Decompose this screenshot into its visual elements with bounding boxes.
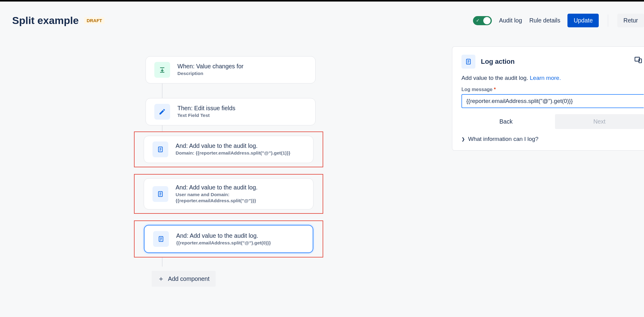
log1-sub: Domain: {{reporter.emailAddress.split("@…: [176, 150, 290, 156]
highlight-box-1: And: Add value to the audit log. Domain:…: [134, 131, 323, 167]
plus-icon: ＋: [158, 274, 164, 283]
log-action-panel: Log action Add value to the audit log. L…: [452, 46, 644, 151]
trigger-icon: [154, 62, 170, 78]
log2-title: And: Add value to the audit log.: [176, 184, 305, 191]
trigger-node[interactable]: When: Value changes for Description: [146, 56, 316, 84]
log1-title: And: Add value to the audit log.: [176, 142, 290, 149]
devices-icon[interactable]: [634, 56, 642, 64]
trigger-text: When: Value changes for Description: [177, 63, 244, 77]
log3-text: And: Add value to the audit log. {{repor…: [176, 232, 271, 246]
rule-flow: When: Value changes for Description Then…: [146, 56, 316, 287]
panel-description: Add value to the audit log. Learn more.: [461, 75, 644, 81]
panel-title: Log action: [481, 58, 515, 66]
log3-title: And: Add value to the audit log.: [176, 232, 271, 239]
panel-buttons: Back Next: [461, 114, 644, 129]
enable-toggle[interactable]: ✓: [473, 16, 492, 25]
clipboard-icon: [152, 141, 168, 157]
info-expander[interactable]: ❯ What information can I log?: [461, 136, 644, 142]
update-button[interactable]: Update: [567, 14, 599, 27]
log-node-1[interactable]: And: Add value to the audit log. Domain:…: [144, 136, 313, 163]
edit-sub: Text Field Test: [177, 112, 235, 118]
log1-text: And: Add value to the audit log. Domain:…: [176, 142, 290, 156]
vertical-divider: [608, 15, 608, 27]
add-component-label: Add component: [168, 275, 210, 282]
spacer: [146, 167, 316, 174]
chevron-right-icon: ❯: [461, 137, 465, 141]
connector: [162, 257, 163, 267]
panel-header: Log action: [461, 55, 644, 69]
log-node-3[interactable]: And: Add value to the audit log. {{repor…: [144, 225, 313, 253]
log-message-label: Log message *: [461, 87, 644, 92]
next-button[interactable]: Next: [555, 114, 644, 129]
log2-sub: User name and Domain: {{reporter.emailAd…: [176, 192, 305, 204]
highlight-box-3: And: Add value to the audit log. {{repor…: [134, 220, 323, 257]
rule-title: Split example: [12, 15, 79, 26]
return-button[interactable]: Retur: [617, 14, 644, 27]
add-component-button[interactable]: ＋ Add component: [152, 271, 216, 287]
expander-label: What information can I log?: [468, 136, 538, 142]
log3-sub: {{reporter.emailAddress.split("@").get(0…: [176, 240, 271, 246]
pencil-icon: [154, 104, 170, 120]
connector: [162, 84, 163, 98]
edit-node[interactable]: Then: Edit issue fields Text Field Test: [146, 98, 316, 125]
header-actions: ✓ Audit log Rule details Update Retur: [473, 14, 644, 27]
panel-desc-text: Add value to the audit log.: [461, 75, 530, 81]
spacer: [146, 214, 316, 220]
clipboard-icon: [153, 231, 169, 247]
clipboard-icon: [152, 186, 168, 202]
trigger-title: When: Value changes for: [177, 63, 244, 70]
log2-text: And: Add value to the audit log. User na…: [176, 184, 305, 204]
edit-text: Then: Edit issue fields Text Field Test: [177, 105, 235, 118]
back-button[interactable]: Back: [461, 114, 551, 129]
highlight-box-2: And: Add value to the audit log. User na…: [134, 174, 323, 214]
required-marker: *: [494, 87, 496, 92]
clipboard-icon: [461, 55, 475, 69]
connector: [162, 125, 163, 131]
learn-more-link[interactable]: Learn more.: [530, 75, 561, 81]
status-badge: DRAFT: [84, 17, 104, 24]
page-header: Split example DRAFT ✓ Audit log Rule det…: [0, 2, 644, 33]
edit-title: Then: Edit issue fields: [177, 105, 235, 112]
log-message-input[interactable]: [461, 94, 644, 108]
trigger-sub: Description: [177, 70, 244, 77]
rule-details-link[interactable]: Rule details: [529, 17, 560, 24]
audit-log-link[interactable]: Audit log: [499, 17, 522, 24]
check-icon: ✓: [476, 18, 480, 23]
log-node-2[interactable]: And: Add value to the audit log. User na…: [144, 178, 313, 210]
title-group: Split example DRAFT: [12, 15, 104, 26]
